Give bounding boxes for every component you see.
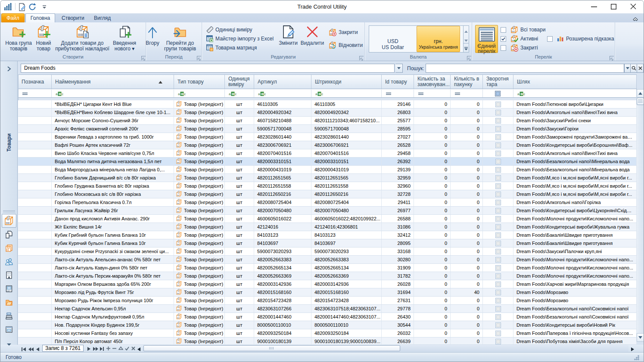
svg-text:c: c — [235, 92, 236, 96]
svg-text:B: B — [521, 92, 523, 96]
svg-text:c: c — [321, 92, 323, 96]
svg-text:B: B — [261, 92, 264, 96]
svg-text:c: c — [523, 92, 525, 96]
svg-text:a: a — [517, 92, 520, 96]
svg-text:a: a — [229, 92, 231, 96]
svg-text:c: c — [184, 92, 186, 96]
svg-text:a: a — [56, 92, 58, 96]
svg-text:a: a — [315, 92, 317, 96]
svg-text:B: B — [319, 92, 321, 96]
svg-text:c: c — [62, 92, 63, 96]
svg-text:B: B — [181, 92, 184, 96]
svg-text:c: c — [264, 92, 266, 96]
svg-text:B: B — [59, 92, 62, 96]
svg-text:a: a — [178, 92, 180, 96]
svg-text:a: a — [258, 92, 260, 96]
svg-text:B: B — [232, 92, 235, 96]
